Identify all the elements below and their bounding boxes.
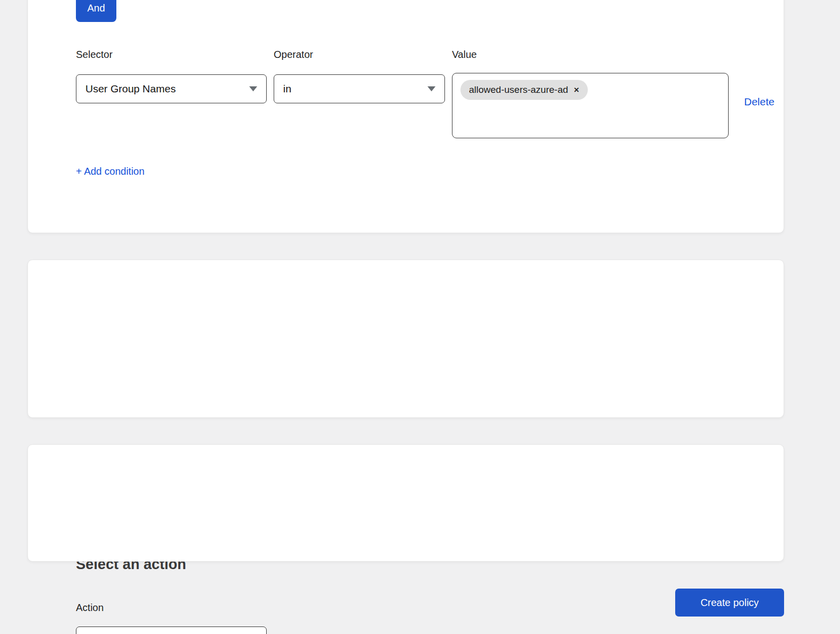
value-multiselect-input[interactable]: allowed-users-azure-ad ✕ (452, 73, 729, 138)
action-label: Action (76, 602, 104, 614)
operator-dropdown-value: in (283, 83, 291, 95)
chevron-down-icon (427, 86, 435, 91)
step4-card: STEP 4 Configure policy settings No addi… (27, 444, 784, 562)
step3-card: STEP 3 Select an action Action Allow (27, 260, 784, 418)
and-rule-button[interactable]: And (76, 0, 116, 22)
selector-dropdown[interactable]: User Group Names (76, 74, 267, 103)
operator-dropdown[interactable]: in (274, 74, 445, 103)
value-chip: allowed-users-azure-ad ✕ (460, 80, 588, 100)
operator-label: Operator (274, 48, 313, 60)
selector-label: Selector (76, 48, 112, 60)
policy-builder-page: And Selector Operator Value User Group N… (0, 0, 840, 634)
add-condition-link[interactable]: + Add condition (76, 165, 144, 177)
selector-dropdown-value: User Group Names (85, 83, 176, 95)
delete-condition-link[interactable]: Delete (744, 95, 775, 108)
chevron-down-icon (249, 86, 257, 91)
action-dropdown[interactable]: Allow (76, 627, 267, 634)
value-label: Value (452, 48, 477, 60)
chip-remove-icon[interactable]: ✕ (574, 86, 580, 93)
create-policy-button[interactable]: Create policy (675, 589, 784, 617)
condition-card: And Selector Operator Value User Group N… (27, 0, 784, 233)
value-chip-text: allowed-users-azure-ad (469, 84, 568, 95)
